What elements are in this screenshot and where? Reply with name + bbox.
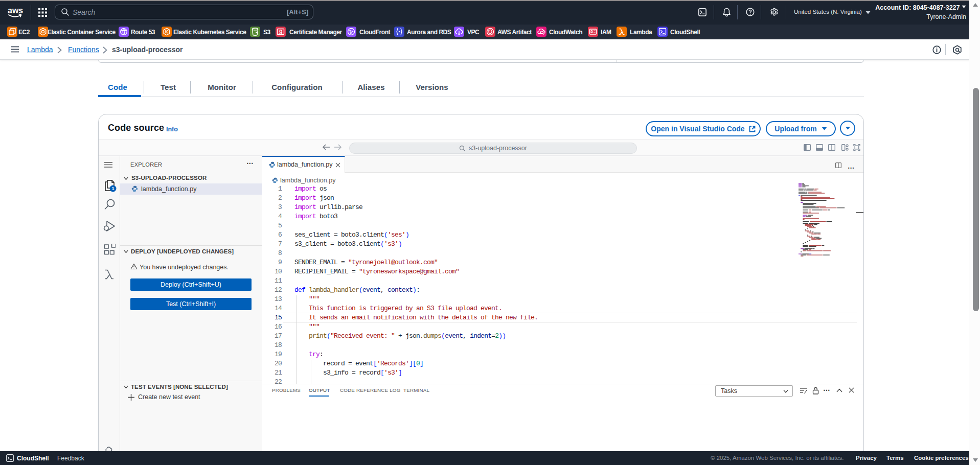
svg-text:1: 1: [111, 186, 114, 191]
svg-text:aws: aws: [8, 6, 23, 15]
